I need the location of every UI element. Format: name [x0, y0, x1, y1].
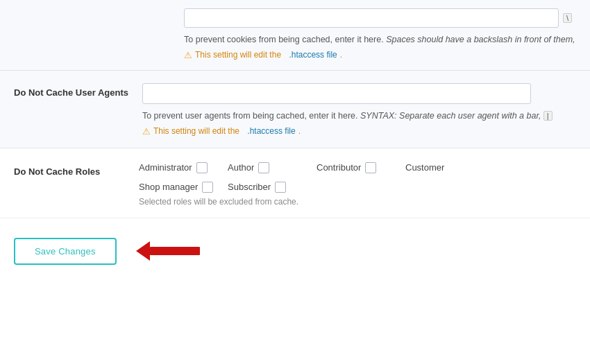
cookies-description: To prevent cookies from being cached, en…	[184, 33, 576, 46]
user-agents-section: Do Not Cache User Agents To prevent user…	[0, 71, 590, 148]
user-agents-label: Do Not Cache User Agents	[14, 83, 128, 98]
role-label-shop-manager: Shop manager	[139, 182, 198, 192]
role-checkbox-administrator[interactable]	[196, 162, 208, 173]
cookies-section: \ To prevent cookies from being cached, …	[0, 0, 590, 71]
roles-row-1: Administrator Author Contributor Custome…	[139, 162, 576, 173]
role-label-administrator: Administrator	[139, 162, 192, 173]
cookies-truncated-badge: \	[563, 13, 572, 23]
role-label-subscriber: Subscriber	[228, 182, 271, 192]
cookies-htaccess-link[interactable]: .htaccess file	[289, 50, 337, 60]
role-item-author: Author	[228, 162, 311, 173]
roles-content: Administrator Author Contributor Custome…	[139, 162, 576, 207]
role-label-customer: Customer	[405, 162, 444, 173]
user-agents-description: To prevent user agents from being cached…	[142, 110, 576, 123]
role-item-shop-manager: Shop manager	[139, 182, 222, 193]
roles-label: Do Not Cache Roles	[14, 162, 125, 177]
role-item-administrator: Administrator	[139, 162, 222, 173]
cookies-warning: ⚠ This setting will edit the .htaccess f…	[184, 50, 576, 60]
save-section: Save Changes	[0, 218, 590, 279]
page-container: \ To prevent cookies from being cached, …	[0, 0, 590, 364]
role-checkbox-subscriber[interactable]	[275, 182, 286, 193]
user-agents-content: To prevent user agents from being cached…	[142, 83, 576, 137]
warning-icon: ⚠	[184, 50, 192, 60]
role-item-contributor: Contributor	[317, 162, 400, 173]
arrowhead-icon	[136, 241, 150, 261]
arrow-shape	[136, 241, 200, 261]
role-checkbox-shop-manager[interactable]	[202, 182, 213, 193]
user-agents-htaccess-link[interactable]: .htaccess file	[247, 126, 295, 136]
arrow-container	[136, 241, 200, 261]
roles-note: Selected roles will be excluded from cac…	[139, 197, 576, 207]
user-agents-warning-icon: ⚠	[142, 126, 151, 137]
save-button[interactable]: Save Changes	[14, 238, 117, 265]
role-label-contributor: Contributor	[317, 162, 361, 173]
role-label-author: Author	[228, 162, 254, 173]
roles-row-2: Shop manager Subscriber	[139, 182, 576, 193]
user-agents-input[interactable]	[142, 83, 531, 104]
roles-section: Do Not Cache Roles Administrator Author …	[0, 148, 590, 218]
role-item-subscriber: Subscriber	[228, 182, 311, 193]
cookies-input[interactable]	[184, 8, 559, 28]
arrow-body	[150, 247, 200, 255]
roles-grid: Administrator Author Contributor Custome…	[139, 162, 576, 193]
user-agents-warning: ⚠ This setting will edit the .htaccess f…	[142, 126, 576, 137]
user-agents-truncated-badge: |	[543, 111, 553, 121]
arrow-graphic	[136, 241, 200, 261]
role-item-customer: Customer	[405, 162, 489, 173]
role-checkbox-author[interactable]	[258, 162, 269, 173]
role-checkbox-contributor[interactable]	[365, 162, 376, 173]
